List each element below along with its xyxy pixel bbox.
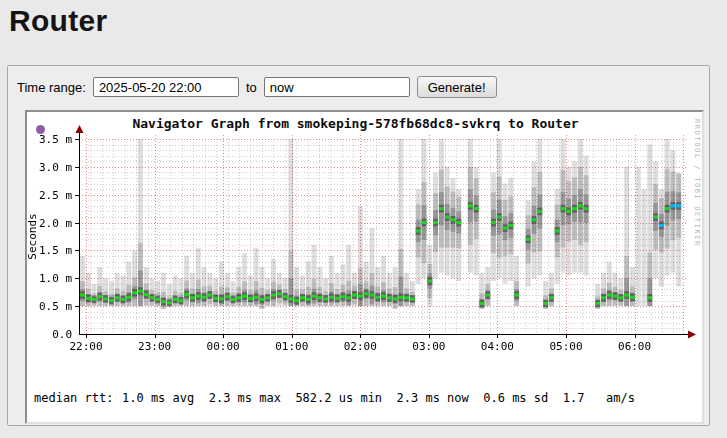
generate-button[interactable]: Generate!	[417, 76, 497, 98]
start-time-input[interactable]	[93, 77, 239, 97]
content-panel: Time range: to Generate! Navigator Graph…	[7, 65, 710, 426]
to-label: to	[246, 80, 257, 95]
smokeping-graph[interactable]: Navigator Graph from smokeping-578fb68dc…	[25, 110, 704, 424]
graph-image: Navigator Graph from smokeping-578fb68dc…	[27, 112, 702, 422]
median-rtt-row: median rtt:1.0 ms avg 2.3 ms max 582.2 u…	[34, 390, 696, 407]
latency-plot-canvas[interactable]	[27, 124, 702, 354]
page-title: Router	[9, 4, 107, 38]
smokeping-page: { "page": { "title": "Router" }, "form":…	[0, 0, 727, 438]
graph-stats: median rtt:1.0 ms avg 2.3 ms max 582.2 u…	[34, 356, 696, 422]
time-range-form: Time range: to Generate!	[17, 76, 497, 98]
end-time-input[interactable]	[264, 77, 410, 97]
time-range-label: Time range:	[17, 80, 86, 95]
median-rtt-label: median rtt:	[34, 390, 122, 407]
median-rtt-values: 1.0 ms avg 2.3 ms max 582.2 us min 2.3 m…	[122, 391, 635, 405]
